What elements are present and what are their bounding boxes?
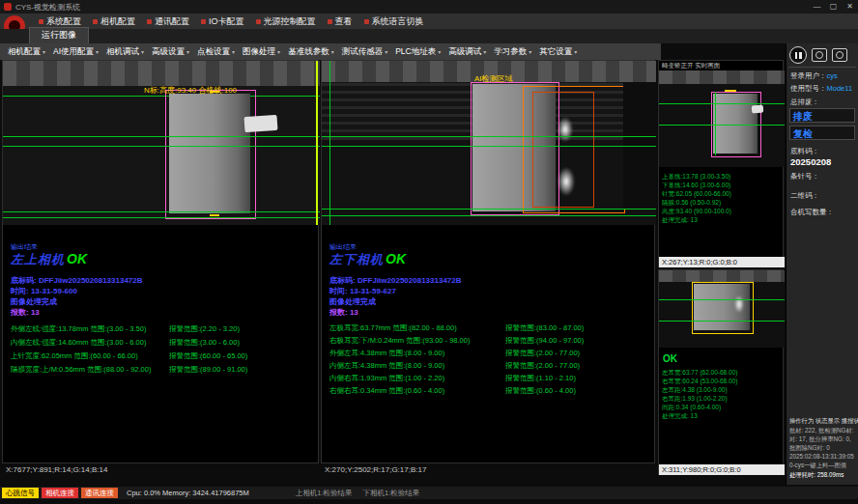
aux-measure-line: 右耳距:1.93 (1.00-2.20)	[662, 395, 728, 404]
aux-measure-line: 间距:0.34 (0.60-4.00)	[662, 404, 721, 412]
barcode-line: 底标码: DFFJiiw2025020813313472B	[329, 275, 462, 286]
machine-texture	[659, 70, 785, 84]
menu-item-view[interactable]: 查看	[322, 15, 358, 28]
camera-view-aux1: 畸变矫正开 实时画面 上基线:13.78 (3.00-3.50) 下基线:14.…	[658, 60, 784, 267]
camera-2-icon[interactable]	[832, 48, 847, 62]
close-button[interactable]: ✕	[842, 0, 858, 14]
toolbar-baseline-params[interactable]: 基准线参数▾	[284, 46, 338, 58]
camera-image-aux2[interactable]	[659, 270, 785, 348]
toolbar-ai-config[interactable]: AI使用配置▾	[49, 46, 102, 58]
menu-icon	[147, 19, 152, 24]
camera-image-upper[interactable]: N标:高度:93.40 合格线:100	[3, 61, 320, 225]
alarm-range-line: 报警范围:(2.00 - 77.00)	[505, 361, 580, 371]
menu-icon	[93, 19, 98, 24]
chevron-down-icon: ▾	[96, 48, 99, 55]
menu-item-system-config[interactable]: 系统配置	[33, 15, 87, 28]
menu-item-camera-config[interactable]: 相机配置	[87, 15, 141, 28]
connector-part	[752, 105, 764, 114]
measure-line: 内侧左耳:4.38mm 范围:(8.00 - 9.00)	[329, 361, 444, 371]
process-done-line: 图像处理完成	[329, 296, 376, 307]
toolbar: 相机配置▾ AI使用配置▾ 相机调试▾ 高级设置▾ 点检设置▾ 图像处理▾ 基准…	[0, 43, 661, 60]
menu-item-io-config[interactable]: IO卡配置	[195, 15, 250, 28]
chevron-down-icon: ▾	[385, 48, 387, 55]
toolbar-advanced-debug[interactable]: 高级调试▾	[444, 46, 490, 58]
overlay-line	[659, 321, 785, 322]
toolbar-spot-check[interactable]: 点检设置▾	[193, 46, 239, 58]
chevron-down-icon: ▾	[529, 48, 531, 55]
tab-bar: 运行图像	[0, 29, 858, 43]
model-value: Mode11	[827, 84, 853, 93]
menu-icon	[328, 19, 332, 24]
chevron-down-icon: ▾	[483, 48, 486, 55]
alarm-range-line: 报警范围:(83.00 - 87.00)	[505, 323, 584, 333]
toolbar-other-settings[interactable]: 其它设置▾	[535, 46, 581, 58]
title-bar: CYS-视觉检测系统 — ▢ ✕	[0, 0, 858, 14]
toolbar-camera-debug[interactable]: 相机调试▾	[102, 46, 148, 58]
menu-item-light-config[interactable]: 光源控制配置	[250, 15, 322, 28]
menu-item-language[interactable]: 系统语言切换	[358, 15, 430, 28]
process-done-line: 图像处理完成	[11, 296, 57, 307]
overlay-line	[659, 299, 785, 300]
chevron-down-icon: ▾	[186, 48, 189, 55]
measure-line: 内侧右耳:1.93mm 范围:(1.00 - 2.20)	[329, 374, 444, 383]
tab-run-image[interactable]: 运行图像	[29, 27, 89, 43]
aux-measure-line: 处理完成: 13	[662, 412, 698, 421]
overlay-line	[322, 215, 656, 216]
overlay-line	[322, 146, 656, 147]
toolbar-plc-table[interactable]: PLC地址表▾	[391, 46, 444, 58]
pause-button[interactable]	[789, 46, 807, 64]
pause-icon	[799, 52, 802, 59]
toolbar-advanced-settings[interactable]: 高级设置▾	[148, 46, 193, 58]
maximize-button[interactable]: ▢	[825, 0, 842, 14]
result-ok-badge: OK	[386, 251, 406, 266]
cpu-memory-readout: Cpu: 0.0% Memory: 3424.41796875M	[127, 489, 249, 497]
menu-icon	[201, 19, 206, 24]
aux-measure-line: 右耳宽:60.24 (53.00-68.00)	[662, 378, 737, 386]
toolbar-learn-params[interactable]: 学习参数▾	[490, 46, 535, 58]
measure-line: 右极耳宽:下/M:0.24mm 范围:(93.00 - 98.00)	[329, 336, 470, 346]
recheck-button[interactable]: 复检	[789, 126, 855, 140]
overlay-line	[659, 103, 785, 104]
barcode-line: 底标码: DFFJiiw2025020813313472B	[11, 275, 143, 286]
login-user-label: 登录用户：	[790, 71, 827, 80]
aux-measure-line: 下基线:14.60 (3.00-6.00)	[662, 182, 730, 190]
aux-measure-line: 隔膜:0.56 (0.50-0.92)	[662, 199, 721, 208]
aux1-coords-bar: X:267;Y:13;R:0;G:0;B:0	[659, 257, 785, 267]
menu-item-comm-config[interactable]: 通讯配置	[141, 15, 195, 28]
alarm-range-line: 报警范围:(89.00 - 91.00)	[169, 365, 247, 375]
machine-texture	[3, 61, 320, 86]
camera-view-lower: AI检测区域 输出结果 左下相机OK 底标码: DFFJiiw202502081…	[321, 60, 655, 463]
model-row[interactable]: 使用型号：Mode11	[790, 84, 852, 94]
stats-line: 对: 17, 批分辨率NG: 0,	[789, 434, 851, 443]
minimize-button[interactable]: —	[809, 0, 825, 14]
toolbar-camera-config[interactable]: 相机配置▾	[4, 46, 49, 58]
overlay-line	[322, 136, 656, 137]
status-bar: 心跳信号 相机连接 通讯连接 Cpu: 0.0% Memory: 3424.41…	[0, 487, 858, 499]
camera-1-icon[interactable]	[812, 48, 827, 62]
camera-image-aux1[interactable]	[659, 70, 785, 167]
stats-header: 操作行为 状态显示 播报状态	[789, 416, 858, 425]
alarm-range-line: 报警范围:(0.60 - 4.00)	[505, 386, 576, 396]
measure-line: 隔膜宽度:上/M:0.56mm 范围:(88.00 - 92.00)	[11, 365, 151, 375]
write-count-label: 合机写数量：	[790, 208, 834, 217]
measure-line: 上针宽度:62.05mm 范围:(60.00 - 66.00)	[11, 351, 138, 361]
reflection-flare	[558, 167, 575, 196]
overlay-line	[322, 209, 656, 210]
aux2-coords-bar: X:311;Y:980;R:0;G:0;B:0	[659, 464, 785, 475]
reject-button[interactable]: 排废	[789, 108, 855, 123]
overlay-line	[659, 125, 785, 126]
lens-icon	[815, 51, 823, 59]
window-title: CYS-视觉检测系统	[15, 2, 80, 13]
login-user-value: cys	[827, 71, 838, 80]
result-title-row: 左下相机OK	[329, 250, 406, 268]
qr-code-label: 二维码：	[790, 191, 819, 201]
alarm-range-line: 报警范围:(2.00 - 77.00)	[505, 349, 580, 358]
toolbar-test-sensor[interactable]: 测试传感器▾	[338, 46, 392, 58]
batch-code-label: 底料码：	[790, 147, 819, 156]
aux-measure-line: 左耳宽:63.77 (62.00-68.00)	[662, 369, 737, 378]
camera-image-lower[interactable]: AI检测区域	[322, 61, 656, 225]
toolbar-image-process[interactable]: 图像处理▾	[239, 46, 284, 58]
comm-connect-badge: 通讯连接	[81, 488, 118, 498]
alarm-range-line: 报警范围:(60.00 - 65.00)	[169, 351, 247, 361]
alarm-range-line: 报警范围:(94.00 - 97.00)	[505, 336, 584, 346]
